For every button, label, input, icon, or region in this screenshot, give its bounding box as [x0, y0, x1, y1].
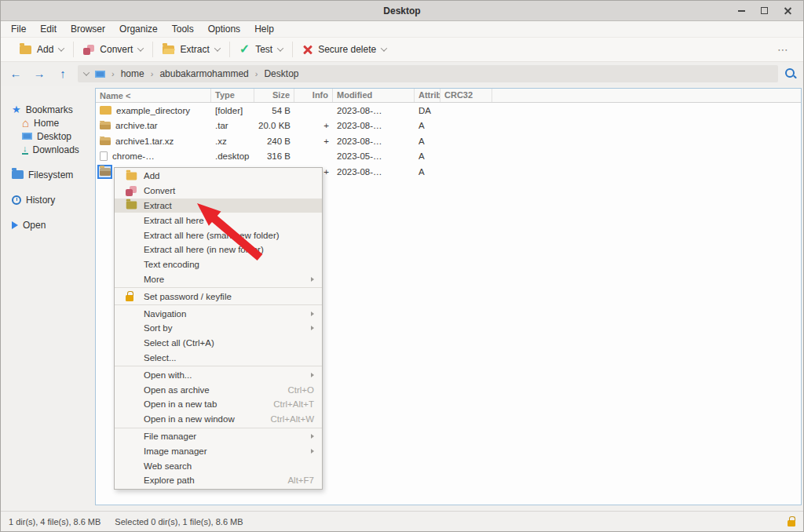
- menu-item-web-search[interactable]: Web search: [115, 458, 322, 473]
- test-label: Test: [255, 44, 272, 55]
- breadcrumb-user[interactable]: abubakarmohammed: [159, 68, 248, 79]
- column-header-modified[interactable]: Modified: [333, 89, 415, 102]
- menu-options[interactable]: Options: [201, 22, 247, 36]
- sidebar-label: Desktop: [37, 131, 71, 142]
- menu-item-select[interactable]: Select...: [115, 351, 322, 366]
- file-type: [folder]: [211, 106, 254, 115]
- column-header-crc32[interactable]: CRC32: [440, 89, 492, 102]
- window-controls: [738, 6, 803, 15]
- menu-item-sort-by[interactable]: Sort by: [115, 321, 322, 336]
- table-row[interactable]: archive.tar .tar 20.0 KB + 2023-08-… A: [96, 118, 801, 134]
- computer-icon[interactable]: [95, 71, 105, 78]
- submenu-arrow-icon: [311, 373, 314, 377]
- menu-item-label: Navigation: [144, 309, 186, 319]
- menu-item-label: Extract: [144, 201, 172, 210]
- secure-delete-button[interactable]: Secure delete: [293, 44, 396, 55]
- secure-delete-dropdown-icon[interactable]: [381, 45, 387, 51]
- sidebar: ★ Bookmarks ⌂ Home Desktop ↓ Downloads F…: [1, 86, 95, 511]
- breadcrumb-desktop[interactable]: Desktop: [264, 68, 298, 79]
- sidebar-item-downloads[interactable]: ↓ Downloads: [22, 143, 95, 156]
- menu-item-text-encoding[interactable]: Text encoding: [115, 257, 322, 272]
- menu-item-add[interactable]: Add: [115, 169, 322, 184]
- test-button[interactable]: ✓ Test: [230, 44, 292, 55]
- breadcrumb-dropdown-icon[interactable]: [83, 69, 90, 75]
- sidebar-item-home[interactable]: ⌂ Home: [22, 116, 95, 129]
- maximize-icon[interactable]: [761, 7, 768, 14]
- menubar: File Edit Browser Organize Tools Options…: [1, 21, 803, 37]
- menu-item-open-as-archive[interactable]: Open as archive Ctrl+O: [115, 382, 322, 397]
- menu-item-set-password[interactable]: Set password / keyfile: [115, 289, 322, 304]
- archive-icon: [100, 168, 111, 176]
- menu-item-convert[interactable]: Convert: [115, 184, 322, 199]
- selection-highlight: [97, 165, 112, 179]
- menu-item-explore-path[interactable]: Explore path Alt+F7: [115, 473, 322, 488]
- menu-item-file-manager[interactable]: File manager: [115, 429, 322, 444]
- menu-item-select-all[interactable]: Select all (Ctrl+A): [115, 336, 322, 351]
- sidebar-item-bookmarks[interactable]: ★ Bookmarks: [12, 103, 95, 116]
- convert-dropdown-icon[interactable]: [137, 45, 144, 51]
- breadcrumb[interactable]: › home › abubakarmohammed › Desktop: [78, 65, 778, 82]
- menu-item-extract-smart-folder[interactable]: Extract all here (smart new folder): [115, 228, 322, 242]
- add-dropdown-icon[interactable]: [58, 45, 64, 51]
- search-icon[interactable]: [784, 67, 797, 80]
- file-info: +: [294, 137, 333, 146]
- menu-file[interactable]: File: [4, 22, 33, 36]
- add-button[interactable]: Add: [10, 44, 73, 55]
- close-icon[interactable]: [784, 6, 792, 15]
- menu-item-navigation[interactable]: Navigation: [115, 306, 322, 321]
- toolbar: Add Convert Extract ✓ Test Secure delete…: [1, 37, 803, 62]
- menu-shortcut: Ctrl+Alt+W: [270, 414, 314, 424]
- sidebar-label: History: [26, 195, 55, 206]
- menu-item-label: Open in a new window: [144, 414, 235, 424]
- menu-separator: [115, 304, 322, 305]
- menu-item-open-new-window[interactable]: Open in a new window Ctrl+Alt+W: [115, 412, 322, 427]
- menu-item-extract-new-folder[interactable]: Extract all here (in new folder): [115, 242, 322, 257]
- menu-item-label: Open with...: [144, 370, 192, 380]
- minimize-icon[interactable]: [738, 10, 745, 12]
- column-header-attributes[interactable]: Attribu: [415, 89, 440, 102]
- file-attributes: A: [415, 137, 440, 146]
- extract-button[interactable]: Extract: [153, 44, 228, 55]
- menu-item-label: Open as archive: [144, 385, 210, 395]
- breadcrumb-home[interactable]: home: [121, 68, 144, 79]
- table-row[interactable]: archive1.tar.xz .xz 240 B + 2023-08-… A: [96, 133, 801, 149]
- menu-item-more[interactable]: More: [115, 272, 322, 287]
- up-button[interactable]: ↑: [54, 65, 71, 82]
- toolbar-overflow-button[interactable]: ⋯: [777, 43, 794, 56]
- table-row[interactable]: chrome-… .desktop 316 B 2023-05-… A: [96, 149, 801, 165]
- menu-item-open-with[interactable]: Open with...: [115, 367, 322, 382]
- menu-shortcut: Ctrl+Alt+T: [273, 399, 314, 409]
- menu-item-label: Explore path: [144, 476, 195, 485]
- extract-dropdown-icon[interactable]: [214, 45, 220, 51]
- status-selection: Selected 0 dir(s), 1 file(s), 8.6 MB: [115, 517, 243, 527]
- column-header-type[interactable]: Type: [211, 89, 254, 102]
- menu-item-extract-all-here[interactable]: Extract all here: [115, 213, 322, 228]
- menu-item-extract[interactable]: Extract: [115, 199, 322, 213]
- menu-item-label: File manager: [144, 432, 196, 441]
- column-header-info[interactable]: Info: [294, 89, 333, 102]
- file-attributes: A: [415, 167, 440, 177]
- menu-item-image-manager[interactable]: Image manager: [115, 443, 322, 458]
- menu-help[interactable]: Help: [247, 22, 281, 36]
- test-dropdown-icon[interactable]: [277, 45, 283, 51]
- extract-open-folder-icon: [163, 46, 174, 54]
- table-row[interactable]: example_directory [folder] 54 B 2023-08-…: [96, 103, 801, 118]
- sidebar-item-history[interactable]: History: [12, 193, 95, 206]
- sidebar-item-open[interactable]: Open: [12, 218, 95, 231]
- menu-item-open-new-tab[interactable]: Open in a new tab Ctrl+Alt+T: [115, 397, 322, 412]
- lock-icon[interactable]: [788, 520, 795, 527]
- clock-icon: [12, 195, 21, 205]
- archive-icon: [100, 137, 111, 145]
- back-button[interactable]: ←: [7, 65, 24, 82]
- file-list-header: Name < Type Size Info Modified Attribu C…: [96, 89, 801, 103]
- convert-button[interactable]: Convert: [74, 44, 152, 55]
- sidebar-item-filesystem[interactable]: Filesystem: [12, 168, 95, 181]
- menu-browser[interactable]: Browser: [64, 22, 112, 36]
- menu-edit[interactable]: Edit: [33, 22, 64, 36]
- column-header-size[interactable]: Size: [254, 89, 294, 102]
- column-header-name[interactable]: Name <: [96, 89, 211, 102]
- sidebar-item-desktop[interactable]: Desktop: [22, 129, 95, 143]
- forward-button[interactable]: →: [31, 65, 48, 82]
- menu-tools[interactable]: Tools: [165, 22, 201, 36]
- menu-organize[interactable]: Organize: [112, 22, 165, 36]
